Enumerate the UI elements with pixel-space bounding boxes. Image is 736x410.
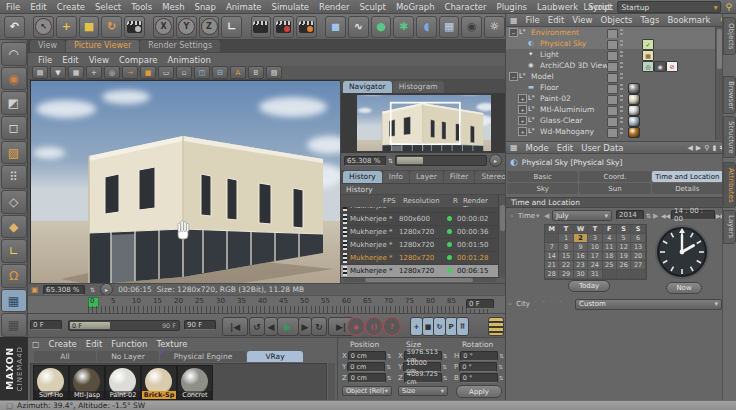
menubar-item-tools[interactable]: Tools (131, 2, 152, 12)
render-picture-viewer-icon[interactable] (273, 16, 294, 38)
visibility-dots[interactable] (620, 84, 623, 91)
play-backwards-button[interactable]: ↺ (249, 317, 265, 336)
enable-checkbox[interactable] (607, 29, 618, 39)
attr-tab-sky[interactable]: Sky (507, 183, 578, 194)
attr-menu-user-data[interactable]: User Data (581, 143, 623, 153)
month-prev-icon[interactable]: ◀ (544, 212, 549, 220)
keyframe-bar-icon[interactable] (488, 317, 504, 336)
calendar-day-7[interactable]: 7 (545, 243, 559, 252)
material-tab-vray[interactable]: VRay (247, 351, 303, 362)
expander-icon[interactable]: + (518, 94, 527, 103)
object-row-archicad-3d-view[interactable]: ◉ArchiCAD 3D View◎◉⊘ (506, 60, 717, 71)
city-dropdown[interactable]: Custom▾ (575, 299, 722, 310)
point-mode-icon[interactable]: ⠿ (1, 165, 27, 189)
layout-select[interactable]: Startup ▾ (617, 1, 721, 13)
stepper-icon[interactable]: ⇅ (387, 375, 392, 381)
keyframe-mode-button[interactable]: ? (383, 317, 401, 336)
enable-checkbox[interactable] (607, 84, 618, 94)
stop-icon[interactable]: ■ (140, 66, 156, 79)
world-icon[interactable]: ◉ (1, 67, 27, 91)
visibility-dots[interactable] (620, 117, 623, 124)
panel-tab-objects[interactable]: Objects (723, 17, 736, 55)
pv-menu-view[interactable]: View (89, 55, 109, 65)
menubar-item-render[interactable]: Render (319, 2, 349, 12)
calendar-day-21[interactable]: 21 (545, 261, 559, 270)
autokey-button[interactable]: () (365, 317, 383, 336)
calendar-day-2[interactable]: 2 (574, 234, 588, 243)
panel-tab-structure[interactable]: Structure (723, 116, 736, 158)
object-row-light[interactable]: ✦Light▦ (506, 49, 717, 60)
history-row[interactable]: Mukherjee *1280x72000:01:28 (341, 252, 499, 265)
visibility-dots[interactable] (620, 62, 623, 69)
search-icon[interactable]: ⚲ (704, 144, 709, 152)
play-loop-button[interactable]: ↻ (311, 317, 327, 336)
y-lock-icon[interactable]: Y (176, 16, 197, 38)
panel-grid-icon[interactable]: ▦ (510, 143, 518, 152)
menubar-item-mograph[interactable]: MoGraph (396, 2, 435, 12)
calendar-day-13[interactable]: 13 (631, 243, 645, 252)
menubar-item-sculpt[interactable]: Sculpt (359, 2, 386, 12)
pv-menu-animation[interactable]: Animation (167, 55, 210, 65)
stepper-icon[interactable]: ⇅ (443, 353, 448, 359)
stepper-icon[interactable]: ⇅ (499, 375, 504, 381)
attr-menu-edit[interactable]: Edit (557, 143, 573, 153)
pan-view-icon[interactable]: ◠ (1, 42, 27, 66)
year-stepper[interactable]: ⇅ (646, 212, 651, 219)
visibility-dots[interactable] (620, 106, 623, 113)
workplane-lock-icon[interactable]: ▦ (1, 313, 27, 337)
timeline-ruler[interactable]: 0 F 0510152025303540455055606570758085 (28, 295, 505, 314)
calendar-day-3[interactable]: 3 (588, 234, 602, 243)
apply-button[interactable]: Apply (456, 385, 502, 398)
stepper-icon[interactable]: ⇅ (442, 364, 447, 370)
enable-checkbox[interactable] (607, 40, 618, 50)
calendar-day-24[interactable]: 24 (588, 261, 602, 270)
expander-icon[interactable]: + (518, 116, 527, 125)
grid-icon[interactable]: ▦ (68, 66, 84, 79)
x-lock-icon[interactable]: X (153, 16, 174, 38)
tab-view[interactable]: View (30, 40, 65, 52)
axis-mode-icon[interactable]: ∟ (1, 239, 27, 263)
key-pla-icon[interactable]: ⠿ (456, 317, 469, 336)
panel-grid-icon[interactable]: ▦ (510, 16, 518, 25)
stepper-icon[interactable]: ⇅ (499, 353, 504, 359)
pv-menu-file[interactable]: File (38, 55, 52, 65)
edge-mode-icon[interactable]: ◇ (1, 190, 27, 214)
calendar-day-17[interactable]: 17 (588, 252, 602, 261)
material-menu-edit[interactable]: Edit (86, 339, 102, 349)
range-end-field[interactable]: 90 F (184, 320, 216, 330)
stepper-icon[interactable]: ⇅ (387, 353, 392, 359)
year-field[interactable]: 2014 (616, 210, 644, 220)
object-row-mtl-aluminium[interactable]: +L°Mtl-Aluminium (506, 104, 717, 115)
calendar-day-23[interactable]: 23 (574, 261, 588, 270)
object-row-glass-clear[interactable]: +L°Glass-Clear (506, 115, 717, 126)
enable-checkbox[interactable] (607, 106, 618, 116)
attr-tab-coord[interactable]: Coord. (579, 171, 650, 182)
menubar-item-file[interactable]: File (6, 2, 20, 12)
region-icon[interactable]: ▫ (176, 66, 192, 79)
add-light-icon[interactable]: ☼ (484, 16, 505, 38)
material-item[interactable]: Surf-Ho (33, 365, 69, 400)
range-start-field[interactable]: 0 F (30, 320, 62, 330)
zoom-fit-button[interactable]: ▸ (489, 154, 502, 167)
tab-navigator[interactable]: Navigator (343, 81, 392, 93)
attr-tab-time-and-location[interactable]: Time and Location (652, 171, 723, 182)
menubar-item-animate[interactable]: Animate (226, 2, 262, 12)
z-lock-icon[interactable]: Z (199, 16, 220, 38)
enable-checkbox[interactable] (607, 51, 618, 61)
calendar-day-19[interactable]: 19 (617, 252, 631, 261)
value-field-position-z[interactable]: 0 cm (348, 373, 386, 383)
compare-vertical-icon[interactable]: ⊟ (212, 66, 228, 79)
menubar-item-simulate[interactable]: Simulate (272, 2, 310, 12)
marquee-icon[interactable]: ▭ (158, 66, 174, 79)
workplane-icon[interactable]: ▦ (1, 289, 27, 313)
goto-start-button[interactable]: |◀ (222, 317, 248, 336)
tab-picture-viewer[interactable]: Picture Viewer (66, 40, 139, 52)
menubar-item-plugins[interactable]: Plugins (497, 2, 527, 12)
polygon-mode-icon[interactable]: ◆ (1, 215, 27, 239)
now-button[interactable]: Now (666, 282, 702, 294)
calendar-day-10[interactable]: 10 (588, 243, 602, 252)
month-dropdown[interactable]: July▾ (552, 210, 612, 221)
panel-tab-attributes[interactable]: Attributes (723, 162, 736, 208)
move-tool-icon[interactable]: + (56, 16, 77, 38)
attr-tab-sun[interactable]: Sun (579, 183, 650, 194)
